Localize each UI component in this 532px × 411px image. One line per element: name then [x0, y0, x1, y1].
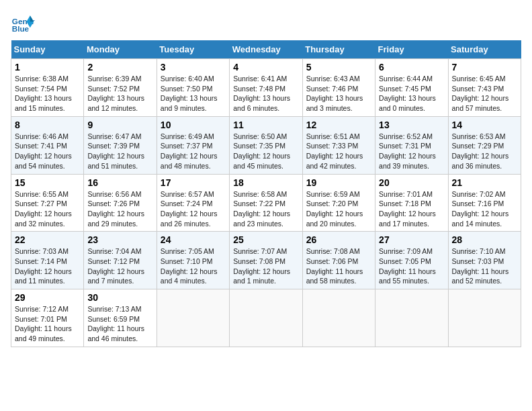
day-number: 11: [233, 120, 298, 130]
day-number: 9: [87, 120, 152, 130]
day-of-week-header: Wednesday: [230, 40, 302, 59]
calendar-cell: 29 Sunrise: 7:12 AMSunset: 7:01 PMDaylig…: [11, 289, 84, 347]
calendar-cell: 30 Sunrise: 7:13 AMSunset: 6:59 PMDaylig…: [84, 289, 157, 347]
calendar-cell: 8 Sunrise: 6:46 AMSunset: 7:41 PMDayligh…: [11, 116, 84, 174]
calendar-cell: 26 Sunrise: 7:08 AMSunset: 7:06 PMDaylig…: [302, 232, 375, 289]
day-number: 3: [161, 62, 226, 73]
calendar-cell: 17 Sunrise: 6:57 AMSunset: 7:24 PMDaylig…: [157, 174, 229, 232]
calendar-cell: [375, 289, 448, 347]
calendar-cell: 19 Sunrise: 6:59 AMSunset: 7:20 PMDaylig…: [302, 174, 375, 232]
day-number: 25: [233, 234, 298, 245]
calendar-cell: [302, 289, 375, 347]
day-info: Sunrise: 7:04 AMSunset: 7:12 PMDaylight:…: [87, 246, 152, 286]
day-number: 6: [379, 62, 444, 73]
day-number: 23: [87, 234, 152, 245]
day-number: 19: [306, 177, 371, 188]
day-info: Sunrise: 7:08 AMSunset: 7:06 PMDaylight:…: [306, 246, 371, 286]
day-number: 27: [379, 234, 444, 245]
calendar-cell: 15 Sunrise: 6:55 AMSunset: 7:27 PMDaylig…: [11, 174, 84, 232]
day-info: Sunrise: 6:46 AMSunset: 7:41 PMDaylight:…: [15, 132, 80, 171]
day-number: 2: [87, 62, 152, 73]
calendar-cell: 20 Sunrise: 7:01 AMSunset: 7:18 PMDaylig…: [375, 174, 448, 232]
calendar-cell: 22 Sunrise: 7:03 AMSunset: 7:14 PMDaylig…: [11, 232, 84, 289]
day-number: 16: [87, 177, 152, 188]
day-of-week-header: Saturday: [448, 40, 521, 59]
day-info: Sunrise: 6:49 AMSunset: 7:37 PMDaylight:…: [161, 132, 226, 171]
calendar-week-row: 8 Sunrise: 6:46 AMSunset: 7:41 PMDayligh…: [11, 116, 521, 174]
page-header: General Blue: [11, 11, 521, 35]
day-of-week-header: Friday: [375, 40, 448, 59]
calendar-cell: 27 Sunrise: 7:09 AMSunset: 7:05 PMDaylig…: [375, 232, 448, 289]
calendar-cell: 6 Sunrise: 6:44 AMSunset: 7:45 PMDayligh…: [375, 59, 448, 117]
day-number: 14: [452, 120, 517, 130]
day-info: Sunrise: 6:38 AMSunset: 7:54 PMDaylight:…: [15, 74, 80, 113]
day-number: 1: [15, 62, 80, 73]
day-info: Sunrise: 6:43 AMSunset: 7:46 PMDaylight:…: [306, 74, 371, 113]
day-number: 18: [233, 177, 298, 188]
calendar-cell: [230, 289, 302, 347]
calendar-cell: 4 Sunrise: 6:41 AMSunset: 7:48 PMDayligh…: [230, 59, 302, 117]
calendar-cell: 3 Sunrise: 6:40 AMSunset: 7:50 PMDayligh…: [157, 59, 229, 117]
day-info: Sunrise: 6:51 AMSunset: 7:33 PMDaylight:…: [306, 132, 371, 171]
day-number: 30: [87, 292, 152, 303]
calendar-cell: 28 Sunrise: 7:10 AMSunset: 7:03 PMDaylig…: [448, 232, 521, 289]
calendar-cell: 5 Sunrise: 6:43 AMSunset: 7:46 PMDayligh…: [302, 59, 375, 117]
day-info: Sunrise: 7:05 AMSunset: 7:10 PMDaylight:…: [161, 246, 226, 286]
day-of-week-header: Tuesday: [157, 40, 229, 59]
day-info: Sunrise: 6:41 AMSunset: 7:48 PMDaylight:…: [233, 74, 298, 113]
day-number: 20: [379, 177, 444, 188]
calendar-table: SundayMondayTuesdayWednesdayThursdayFrid…: [11, 40, 521, 347]
calendar-week-row: 15 Sunrise: 6:55 AMSunset: 7:27 PMDaylig…: [11, 174, 521, 232]
calendar-week-row: 22 Sunrise: 7:03 AMSunset: 7:14 PMDaylig…: [11, 232, 521, 289]
logo-icon: General Blue: [11, 11, 35, 35]
day-info: Sunrise: 7:13 AMSunset: 6:59 PMDaylight:…: [87, 304, 152, 344]
day-number: 26: [306, 234, 371, 245]
calendar-cell: 23 Sunrise: 7:04 AMSunset: 7:12 PMDaylig…: [84, 232, 157, 289]
day-info: Sunrise: 6:55 AMSunset: 7:27 PMDaylight:…: [15, 189, 80, 229]
svg-text:Blue: Blue: [12, 24, 30, 33]
calendar-cell: 18 Sunrise: 6:58 AMSunset: 7:22 PMDaylig…: [230, 174, 302, 232]
day-number: 24: [161, 234, 226, 245]
calendar-cell: 9 Sunrise: 6:47 AMSunset: 7:39 PMDayligh…: [84, 116, 157, 174]
day-info: Sunrise: 7:07 AMSunset: 7:08 PMDaylight:…: [233, 246, 298, 286]
calendar-cell: 12 Sunrise: 6:51 AMSunset: 7:33 PMDaylig…: [302, 116, 375, 174]
calendar-week-row: 29 Sunrise: 7:12 AMSunset: 7:01 PMDaylig…: [11, 289, 521, 347]
calendar-cell: 13 Sunrise: 6:52 AMSunset: 7:31 PMDaylig…: [375, 116, 448, 174]
day-info: Sunrise: 6:44 AMSunset: 7:45 PMDaylight:…: [379, 74, 444, 113]
calendar-cell: 16 Sunrise: 6:56 AMSunset: 7:26 PMDaylig…: [84, 174, 157, 232]
day-info: Sunrise: 6:56 AMSunset: 7:26 PMDaylight:…: [87, 189, 152, 229]
day-info: Sunrise: 6:53 AMSunset: 7:29 PMDaylight:…: [452, 132, 517, 171]
calendar-cell: 24 Sunrise: 7:05 AMSunset: 7:10 PMDaylig…: [157, 232, 229, 289]
calendar-header-row: SundayMondayTuesdayWednesdayThursdayFrid…: [11, 40, 521, 59]
calendar-week-row: 1 Sunrise: 6:38 AMSunset: 7:54 PMDayligh…: [11, 59, 521, 117]
day-number: 7: [452, 62, 517, 73]
day-of-week-header: Monday: [84, 40, 157, 59]
calendar-cell: 21 Sunrise: 7:02 AMSunset: 7:16 PMDaylig…: [448, 174, 521, 232]
day-info: Sunrise: 7:02 AMSunset: 7:16 PMDaylight:…: [452, 189, 517, 229]
day-number: 4: [233, 62, 298, 73]
day-info: Sunrise: 7:12 AMSunset: 7:01 PMDaylight:…: [15, 304, 80, 344]
day-number: 10: [161, 120, 226, 130]
logo: General Blue: [11, 11, 35, 35]
day-info: Sunrise: 7:03 AMSunset: 7:14 PMDaylight:…: [15, 246, 80, 286]
day-info: Sunrise: 7:10 AMSunset: 7:03 PMDaylight:…: [452, 246, 517, 286]
day-of-week-header: Thursday: [302, 40, 375, 59]
day-info: Sunrise: 7:01 AMSunset: 7:18 PMDaylight:…: [379, 189, 444, 229]
day-info: Sunrise: 6:52 AMSunset: 7:31 PMDaylight:…: [379, 132, 444, 171]
day-number: 12: [306, 120, 371, 130]
calendar-cell: [157, 289, 229, 347]
day-number: 5: [306, 62, 371, 73]
calendar-cell: 25 Sunrise: 7:07 AMSunset: 7:08 PMDaylig…: [230, 232, 302, 289]
day-info: Sunrise: 7:09 AMSunset: 7:05 PMDaylight:…: [379, 246, 444, 286]
day-number: 28: [452, 234, 517, 245]
calendar-cell: 14 Sunrise: 6:53 AMSunset: 7:29 PMDaylig…: [448, 116, 521, 174]
day-number: 21: [452, 177, 517, 188]
day-info: Sunrise: 6:45 AMSunset: 7:43 PMDaylight:…: [452, 74, 517, 113]
calendar-cell: [448, 289, 521, 347]
day-info: Sunrise: 6:57 AMSunset: 7:24 PMDaylight:…: [161, 189, 226, 229]
day-info: Sunrise: 6:47 AMSunset: 7:39 PMDaylight:…: [87, 132, 152, 171]
day-number: 8: [15, 120, 80, 130]
day-of-week-header: Sunday: [11, 40, 84, 59]
day-number: 15: [15, 177, 80, 188]
day-info: Sunrise: 6:58 AMSunset: 7:22 PMDaylight:…: [233, 189, 298, 229]
